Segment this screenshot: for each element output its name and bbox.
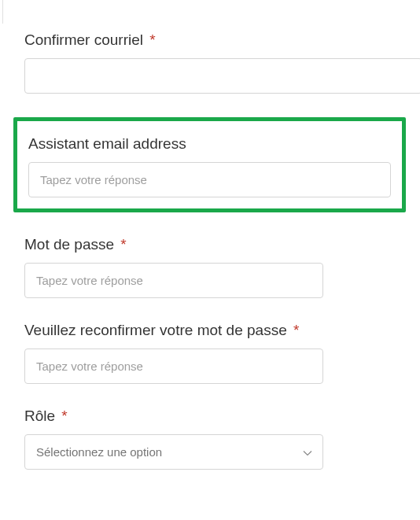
password-group: Mot de passe * [2,236,420,298]
confirm-password-group: Veuillez reconfirmer votre mot de passe … [2,322,420,384]
required-asterisk: * [293,322,299,338]
confirm-password-label: Veuillez reconfirmer votre mot de passe … [24,322,420,339]
assistant-email-label-text: Assistant email address [28,135,186,152]
password-input[interactable] [24,263,323,298]
password-label: Mot de passe * [24,236,420,253]
required-asterisk: * [61,408,67,424]
role-label-text: Rôle [24,408,55,424]
assistant-email-input[interactable] [28,162,391,197]
confirm-email-label-text: Confirmer courriel [24,31,143,48]
vertical-divider [2,0,3,24]
required-asterisk: * [120,236,126,253]
confirm-password-input[interactable] [24,349,323,384]
assistant-email-highlight: Assistant email address [13,117,406,212]
role-label: Rôle * [24,408,420,425]
confirm-email-label: Confirmer courriel * [24,31,420,49]
confirm-email-group: Confirmer courriel * [2,31,420,94]
confirm-email-input[interactable] [24,58,420,94]
required-asterisk: * [149,31,155,48]
assistant-email-group: Assistant email address [28,135,391,197]
password-label-text: Mot de passe [24,236,114,253]
assistant-email-label: Assistant email address [28,135,391,153]
role-select-wrapper [24,434,323,470]
confirm-password-label-text: Veuillez reconfirmer votre mot de passe [24,322,287,338]
role-group: Rôle * [2,408,420,470]
role-select[interactable] [24,434,323,470]
